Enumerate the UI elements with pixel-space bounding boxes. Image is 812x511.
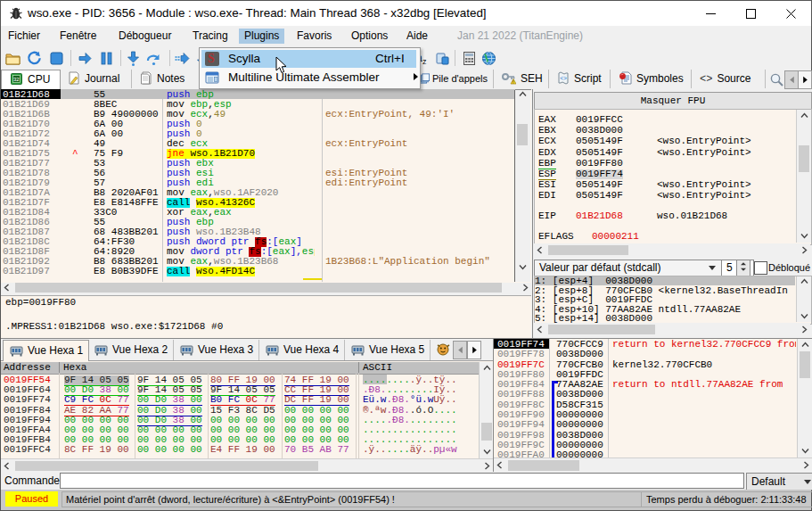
svg-text:!: !	[513, 79, 513, 85]
svg-text:z: z	[422, 57, 427, 66]
svg-text:<>: <>	[560, 76, 567, 82]
svg-text:32: 32	[13, 77, 20, 82]
